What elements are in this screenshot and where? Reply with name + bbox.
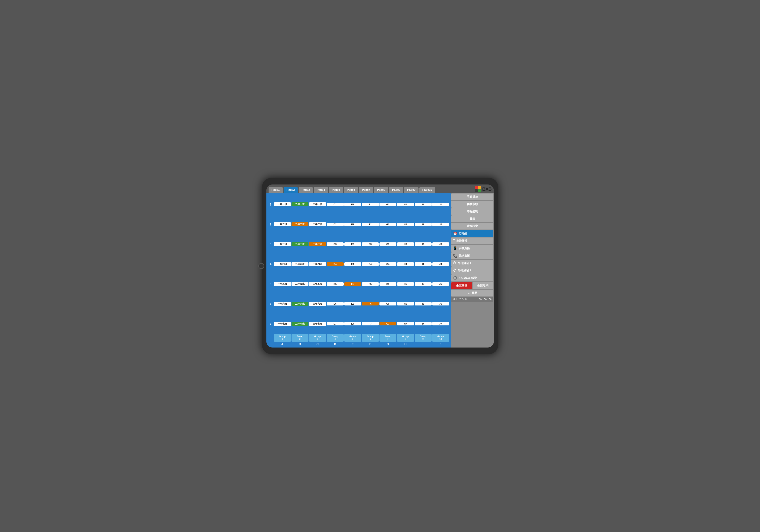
group-cell-5[interactable]: Group 5 <box>344 334 361 342</box>
grid-cell[interactable]: I1 <box>415 203 432 206</box>
grid-cell[interactable]: 二年二班 <box>292 222 309 226</box>
grid-cell[interactable]: 一年四班 <box>274 262 291 266</box>
grid-cell[interactable]: 一年三班 <box>274 242 291 246</box>
sidebar-btn-3[interactable]: 圖表 <box>451 216 493 222</box>
grid-cell[interactable]: J2 <box>432 223 449 226</box>
grid-cell[interactable]: J4 <box>432 262 449 266</box>
broadcast-all-button[interactable]: 全區廣播 <box>451 282 472 289</box>
grid-cell[interactable]: H7 <box>397 322 414 325</box>
grid-cell[interactable]: H4 <box>397 262 414 266</box>
grid-cell[interactable]: E4 <box>344 262 361 266</box>
grid-cell[interactable]: I7 <box>415 322 432 325</box>
grid-cell[interactable]: F6 <box>362 302 379 306</box>
grid-cell[interactable]: D2 <box>327 223 344 226</box>
group-cell-1[interactable]: Group 1 <box>274 334 291 342</box>
sidebar-btn-6[interactable]: T串流播放 <box>451 237 493 244</box>
grid-cell[interactable]: G4 <box>379 262 397 266</box>
grid-cell[interactable]: I6 <box>415 302 432 306</box>
grid-cell[interactable]: H6 <box>397 302 414 306</box>
grid-cell[interactable]: I4 <box>415 262 432 266</box>
sidebar-btn-2[interactable]: 時程控制 <box>451 208 493 215</box>
grid-cell[interactable]: I2 <box>415 223 432 226</box>
grid-cell[interactable]: I5 <box>415 282 432 286</box>
tab-page1[interactable]: Page1 <box>268 187 283 193</box>
grid-cell[interactable]: F3 <box>362 242 379 246</box>
grid-cell[interactable]: 二年四班 <box>292 262 309 266</box>
group-cell-2[interactable]: Group 2 <box>292 334 309 342</box>
grid-cell[interactable]: I3 <box>415 242 432 246</box>
tab-page3[interactable]: Page3 <box>299 187 313 193</box>
grid-cell[interactable]: F7 <box>362 322 379 325</box>
tab-page9[interactable]: Page9 <box>404 187 418 193</box>
grid-cell[interactable]: G2 <box>379 223 397 226</box>
tab-page5[interactable]: Page5 <box>329 187 343 193</box>
grid-cell[interactable]: D3 <box>327 242 344 246</box>
grid-cell[interactable]: E1 <box>344 203 361 206</box>
grid-cell[interactable]: 一年五班 <box>274 282 291 286</box>
grid-cell[interactable]: 一年六班 <box>274 302 291 306</box>
grid-cell[interactable]: E7 <box>344 322 361 325</box>
group-cell-4[interactable]: Group 4 <box>327 334 344 342</box>
tab-page6[interactable]: Page6 <box>344 187 358 193</box>
grid-cell[interactable]: D4 <box>327 262 344 266</box>
group-cell-9[interactable]: Group 9 <box>415 334 432 342</box>
grid-cell[interactable]: H3 <box>397 242 414 246</box>
tab-page8[interactable]: Page8 <box>389 187 403 193</box>
grid-cell[interactable]: 三年四班 <box>309 262 326 266</box>
grid-cell[interactable]: 二年七班 <box>292 322 309 326</box>
grid-cell[interactable]: F2 <box>362 223 379 226</box>
grid-cell[interactable]: G3 <box>379 242 397 246</box>
grid-cell[interactable]: F5 <box>362 282 379 286</box>
grid-cell[interactable]: 三年一班 <box>309 202 326 206</box>
grid-cell[interactable]: G7 <box>379 322 397 325</box>
tab-page7[interactable]: Page7 <box>359 187 373 193</box>
grid-cell[interactable]: 三年六班 <box>309 302 326 306</box>
grid-cell[interactable]: H5 <box>397 282 414 286</box>
sidebar-btn-7[interactable]: 📱手機廣播 <box>451 245 493 252</box>
grid-cell[interactable]: E3 <box>344 242 361 246</box>
tab-page10[interactable]: Page10 <box>419 187 435 193</box>
grid-cell[interactable]: D7 <box>327 322 344 325</box>
exit-button[interactable]: ↩ 離開 <box>451 290 493 297</box>
grid-cell[interactable]: H2 <box>397 223 414 226</box>
cancel-all-button[interactable]: 全區取消 <box>473 282 493 289</box>
group-cell-8[interactable]: Group 8 <box>397 334 414 342</box>
grid-cell[interactable]: 二年五班 <box>292 282 309 286</box>
grid-cell[interactable]: 一年七班 <box>274 322 291 326</box>
group-cell-10[interactable]: Group 10 <box>432 334 449 342</box>
sidebar-btn-4[interactable]: 時程設定 <box>451 223 493 229</box>
grid-cell[interactable]: J6 <box>432 302 449 306</box>
grid-cell[interactable]: 二年三班 <box>292 242 309 246</box>
grid-cell[interactable]: J1 <box>432 203 449 206</box>
grid-cell[interactable]: 二年六班 <box>292 302 309 306</box>
sidebar-btn-8[interactable]: 📞電話廣播 <box>451 252 493 259</box>
grid-cell[interactable]: 一年一班 <box>274 202 291 206</box>
grid-cell[interactable]: F1 <box>362 203 379 206</box>
sidebar-btn-11[interactable]: 🔘N.O./N.C. 觸發 <box>451 274 493 281</box>
grid-cell[interactable]: H1 <box>397 203 414 206</box>
grid-cell[interactable]: 一年二班 <box>274 222 291 226</box>
tab-page8[interactable]: Page8 <box>374 187 388 193</box>
grid-cell[interactable]: G6 <box>379 302 397 306</box>
sidebar-btn-9[interactable]: ⏱外部觸發 1 <box>451 260 493 266</box>
grid-cell[interactable]: 三年三班 <box>309 242 326 246</box>
grid-cell[interactable]: E5 <box>344 282 361 286</box>
sidebar-btn-1[interactable]: 觸發狀態 <box>451 201 493 208</box>
grid-cell[interactable]: D5 <box>327 282 344 286</box>
grid-cell[interactable]: E2 <box>344 223 361 226</box>
grid-cell[interactable]: D1 <box>327 203 344 206</box>
tab-page2[interactable]: Page2 <box>284 187 298 193</box>
sidebar-btn-0[interactable]: 手動播放 <box>451 193 493 200</box>
grid-cell[interactable]: 三年五班 <box>309 282 326 286</box>
group-cell-7[interactable]: Group 7 <box>379 334 397 342</box>
group-cell-6[interactable]: Group 6 <box>362 334 379 342</box>
grid-cell[interactable]: F4 <box>362 262 379 266</box>
grid-cell[interactable]: G1 <box>379 203 397 206</box>
tab-page4[interactable]: Page4 <box>313 187 328 193</box>
grid-cell[interactable]: 三年七班 <box>309 322 326 326</box>
grid-cell[interactable]: E6 <box>344 302 361 306</box>
sidebar-btn-10[interactable]: ⏱外部觸發 2 <box>451 267 493 274</box>
sidebar-btn-5[interactable]: ⏰定時鐘 <box>451 230 493 237</box>
grid-cell[interactable]: G5 <box>379 282 397 286</box>
group-cell-3[interactable]: Group 3 <box>309 334 326 342</box>
